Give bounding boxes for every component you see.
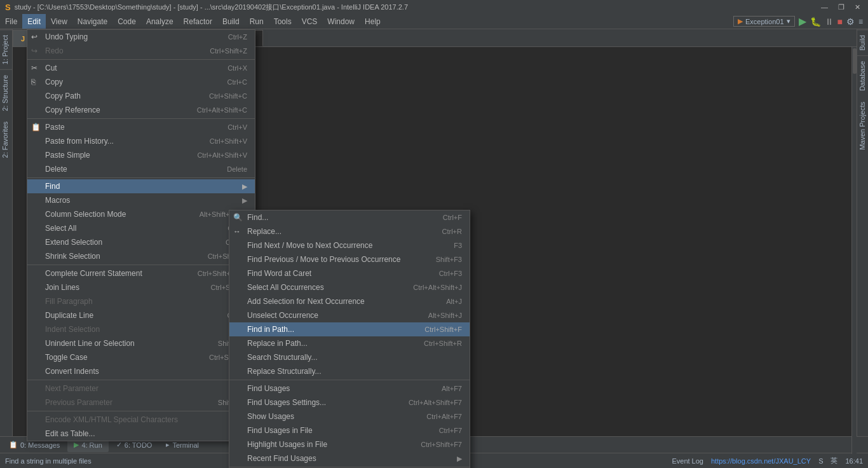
menu-analyze[interactable]: Analyze	[141, 14, 179, 29]
menu-item-encode-xml[interactable]: Encode XML/HTML Special Characters	[27, 413, 255, 427]
scroll-thumb[interactable]	[853, 48, 857, 74]
event-log[interactable]: Event Log	[672, 457, 703, 465]
menu-item-macros[interactable]: Macros ▶	[27, 193, 255, 207]
title-bar-controls[interactable]: — ❐ ✕	[818, 3, 863, 11]
menu-item-select-all[interactable]: Select All Ctrl+A	[27, 221, 255, 235]
menu-item-fill-paragraph[interactable]: Fill Paragraph	[27, 294, 255, 308]
menu-item-find[interactable]: Find ▶	[27, 179, 255, 193]
encode-xml-label: Encode XML/HTML Special Characters	[45, 415, 178, 424]
find-item-prev[interactable]: Find Previous / Move to Previous Occurre…	[229, 252, 470, 266]
menu-item-redo[interactable]: ↪ Redo Ctrl+Shift+Z	[27, 44, 255, 58]
right-panel-build[interactable]: Build	[857, 29, 868, 55]
sidebar-project-label[interactable]: 1: Project	[0, 29, 12, 69]
find-select-all-shortcut: Ctrl+Alt+Shift+J	[413, 284, 462, 291]
find-item-select-all-occurrences[interactable]: Select All Occurrences Ctrl+Alt+Shift+J	[229, 280, 470, 294]
editor-scrollbar[interactable]	[851, 47, 857, 454]
find-prev-shortcut: Shift+F3	[436, 256, 462, 263]
maximize-button[interactable]: ❐	[836, 3, 847, 11]
close-button[interactable]: ✕	[852, 3, 863, 11]
menu-navigate[interactable]: Navigate	[72, 14, 112, 29]
show-usages-shortcut: Ctrl+Alt+F7	[426, 413, 462, 420]
menu-item-undo[interactable]: ↩ Undo Typing Ctrl+Z	[27, 30, 255, 44]
find-item-next[interactable]: Find Next / Move to Next Occurrence F3	[229, 238, 470, 252]
menu-item-copy[interactable]: ⎘ Copy Ctrl+C	[27, 75, 255, 89]
find-item-show-usages[interactable]: Show Usages Ctrl+Alt+F7	[229, 410, 470, 423]
menu-item-indent-selection[interactable]: Indent Selection Tab	[27, 322, 255, 336]
menu-item-cut[interactable]: ✂ Cut Ctrl+X	[27, 61, 255, 75]
menu-item-complete-statement[interactable]: Complete Current Statement Ctrl+Shift+En…	[27, 266, 255, 280]
menu-item-convert-indents[interactable]: Convert Indents ▶	[27, 364, 255, 378]
menu-item-paste-history[interactable]: Paste from History... Ctrl+Shift+V	[27, 134, 255, 148]
unindent-label: Unindent Line or Selection	[45, 339, 135, 348]
menu-item-prev-parameter[interactable]: Previous Parameter Shift+Tab	[27, 396, 255, 410]
menu-item-unindent[interactable]: Unindent Line or Selection Shift+Tab	[27, 336, 255, 350]
menu-item-paste-simple[interactable]: Paste Simple Ctrl+Alt+Shift+V	[27, 148, 255, 162]
menu-refactor[interactable]: Refactor	[179, 14, 217, 29]
menu-item-copy-reference[interactable]: Copy Reference Ctrl+Alt+Shift+C	[27, 103, 255, 117]
find-item-replace-structurally[interactable]: Replace Structurally...	[229, 364, 470, 378]
find-item-search-structurally[interactable]: Search Structurally...	[229, 350, 470, 364]
menu-item-shrink-selection[interactable]: Shrink Selection Ctrl+Shift+W	[27, 249, 255, 263]
find-replace-icon: ↔	[233, 227, 241, 236]
stop-button[interactable]: ■	[837, 17, 843, 27]
right-panel-database[interactable]: Database	[857, 55, 868, 96]
sidebar-structure-label[interactable]: 2: Structure	[0, 69, 12, 116]
find-arrow-icon: ▶	[242, 182, 247, 190]
find-item-replace[interactable]: ↔ Replace... Ctrl+R	[229, 224, 470, 238]
menu-item-toggle-case[interactable]: Toggle Case Ctrl+Shift+U	[27, 350, 255, 364]
menu-item-column-selection[interactable]: Column Selection Mode Alt+Shift+Insert	[27, 207, 255, 221]
menu-view[interactable]: View	[46, 14, 72, 29]
find-item-find-usages[interactable]: Find Usages Alt+F7	[229, 382, 470, 396]
toolbar-more[interactable]: ≡	[858, 17, 863, 26]
find-usages-settings-label: Find Usages Settings...	[247, 398, 326, 407]
menu-item-edit-as-table[interactable]: Edit as Table...	[27, 427, 255, 441]
replace-in-path-shortcut: Ctrl+Shift+R	[424, 340, 462, 347]
stop-run-button[interactable]: ⏸	[825, 17, 834, 27]
toolbar-settings[interactable]: ⚙	[846, 17, 855, 27]
toggle-case-label: Toggle Case	[45, 353, 88, 362]
menu-window[interactable]: Window	[322, 14, 360, 29]
find-item-unselect[interactable]: Unselect Occurrence Alt+Shift+J	[229, 308, 470, 322]
right-panel: Build Database Maven Projects	[857, 29, 868, 436]
find-item-add-selection-next[interactable]: Add Selection for Next Occurrence Alt+J	[229, 294, 470, 308]
find-item-find-usages-in-file[interactable]: Find Usages in File Ctrl+F7	[229, 423, 470, 437]
debug-button[interactable]: 🐛	[810, 17, 821, 27]
menu-vcs[interactable]: VCS	[297, 14, 323, 29]
find-find-label: Find...	[247, 213, 268, 222]
find-item-highlight-usages[interactable]: Highlight Usages in File Ctrl+Shift+F7	[229, 437, 470, 451]
menu-item-extend-selection[interactable]: Extend Selection Ctrl+W	[27, 235, 255, 249]
macros-arrow-icon: ▶	[242, 196, 247, 204]
menu-file[interactable]: File	[0, 14, 22, 29]
find-item-word-at-caret[interactable]: Find Word at Caret Ctrl+F3	[229, 266, 470, 280]
menu-tools[interactable]: Tools	[269, 14, 297, 29]
find-item-recent-find-usages[interactable]: Recent Find Usages ▶	[229, 451, 470, 465]
menu-item-next-parameter[interactable]: Next Parameter Tab	[27, 382, 255, 396]
delete-shortcut: Delete	[227, 165, 247, 173]
find-item-find[interactable]: 🔍 Find... Ctrl+F	[229, 210, 470, 224]
menu-run[interactable]: Run	[245, 14, 269, 29]
right-panel-maven[interactable]: Maven Projects	[857, 97, 868, 155]
menu-item-copy-path[interactable]: Copy Path Ctrl+Shift+C	[27, 89, 255, 103]
find-label: Find	[45, 182, 60, 191]
recent-find-usages-shortcut: ▶	[457, 455, 462, 463]
paste-simple-label: Paste Simple	[45, 151, 90, 160]
menu-item-delete[interactable]: Delete Delete	[27, 162, 255, 176]
menu-item-duplicate-line[interactable]: Duplicate Line Ctrl+D	[27, 308, 255, 322]
edit-as-table-label: Edit as Table...	[45, 429, 95, 438]
menu-help[interactable]: Help	[360, 14, 386, 29]
menu-item-join-lines[interactable]: Join Lines Ctrl+Shift+J	[27, 280, 255, 294]
find-item-find-usages-settings[interactable]: Find Usages Settings... Ctrl+Alt+Shift+F…	[229, 396, 470, 410]
sidebar-favorites-label[interactable]: 2: Favorites	[0, 116, 12, 163]
menu-build[interactable]: Build	[217, 14, 245, 29]
run-config-selector[interactable]: ▶ Exception01 ▾	[733, 16, 795, 27]
title-text: study - [C:\Users\17553\Desktop\Somethin…	[15, 3, 408, 12]
minimize-button[interactable]: —	[818, 3, 831, 11]
menu-item-paste[interactable]: 📋 Paste Ctrl+V	[27, 120, 255, 134]
menu-code[interactable]: Code	[112, 14, 141, 29]
find-item-find-in-path[interactable]: Find in Path... Ctrl+Shift+F	[229, 322, 470, 336]
run-button[interactable]: ▶	[799, 15, 806, 27]
paste-label: Paste	[45, 123, 65, 132]
find-item-replace-in-path[interactable]: Replace in Path... Ctrl+Shift+R	[229, 336, 470, 350]
menu-edit[interactable]: Edit	[22, 14, 46, 29]
copy-path-shortcut: Ctrl+Shift+C	[209, 92, 247, 100]
